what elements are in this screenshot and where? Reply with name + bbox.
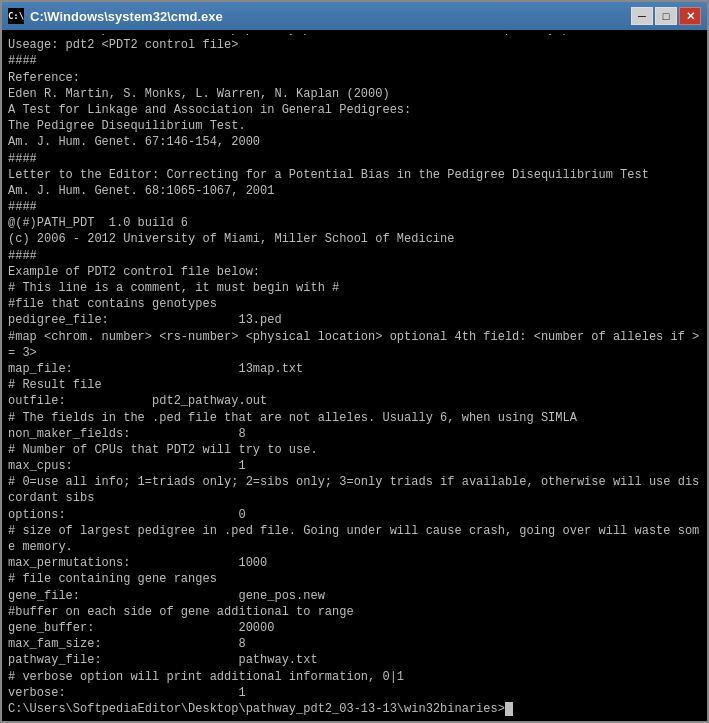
terminal-line: Am. J. Hum. Genet. 68:1065-1067, 2001: [8, 183, 701, 199]
terminal-line: ####: [8, 53, 701, 69]
terminal-line: ####: [8, 151, 701, 167]
maximize-button[interactable]: □: [655, 7, 677, 25]
terminal-line: Useage: pdt2 <PDT2 control file>: [8, 37, 701, 53]
title-bar: C:\ C:\Windows\system32\cmd.exe ─ □ ✕: [2, 2, 707, 30]
window-controls: ─ □ ✕: [631, 7, 701, 25]
terminal-line: # verbose option will print additional i…: [8, 669, 701, 685]
window-title: C:\Windows\system32\cmd.exe: [30, 9, 223, 24]
terminal-line: Example of PDT2 control file below:: [8, 264, 701, 280]
terminal-line: pedigree_file: 13.ped: [8, 312, 701, 328]
terminal-content[interactable]: C:\Users\SoftpediaEditor\Desktop\pathway…: [8, 34, 701, 717]
terminal-line: The Pedigree Disequilibrium Test.: [8, 118, 701, 134]
terminal-area[interactable]: C:\Users\SoftpediaEditor\Desktop\pathway…: [2, 30, 707, 721]
terminal-line: ####: [8, 199, 701, 215]
terminal-line: #map <chrom. number> <rs-number> <physic…: [8, 329, 701, 361]
minimize-button[interactable]: ─: [631, 7, 653, 25]
terminal-line: max_cpus: 1: [8, 458, 701, 474]
close-button[interactable]: ✕: [679, 7, 701, 25]
terminal-line: # The fields in the .ped file that are n…: [8, 410, 701, 426]
terminal-line: max_permutations: 1000: [8, 555, 701, 571]
terminal-line: C:\Users\SoftpediaEditor\Desktop\pathway…: [8, 701, 701, 717]
cmd-icon: C:\: [8, 8, 24, 24]
terminal-line: # file containing gene ranges: [8, 571, 701, 587]
terminal-line: gene_buffer: 20000: [8, 620, 701, 636]
terminal-line: # Number of CPUs that PDT2 will try to u…: [8, 442, 701, 458]
terminal-line: options: 0: [8, 507, 701, 523]
terminal-line: # 0=use all info; 1=triads only; 2=sibs …: [8, 474, 701, 506]
terminal-line: outfile: pdt2_pathway.out: [8, 393, 701, 409]
terminal-line: max_fam_size: 8: [8, 636, 701, 652]
terminal-line: Letter to the Editor: Correcting for a P…: [8, 167, 701, 183]
terminal-line: non_maker_fields: 8: [8, 426, 701, 442]
terminal-line: map_file: 13map.txt: [8, 361, 701, 377]
terminal-line: pathway_file: pathway.txt: [8, 652, 701, 668]
terminal-line: @(#)PATH_PDT 1.0 build 6: [8, 215, 701, 231]
terminal-line: # Result file: [8, 377, 701, 393]
terminal-line: # This line is a comment, it must begin …: [8, 280, 701, 296]
terminal-line: #buffer on each side of gene additional …: [8, 604, 701, 620]
terminal-line: A Test for Linkage and Association in Ge…: [8, 102, 701, 118]
title-bar-left: C:\ C:\Windows\system32\cmd.exe: [8, 8, 223, 24]
terminal-line: # size of largest pedigree in .ped file.…: [8, 523, 701, 555]
terminal-cursor: [505, 702, 513, 716]
terminal-line: gene_file: gene_pos.new: [8, 588, 701, 604]
terminal-line: Reference:: [8, 70, 701, 86]
cmd-window: C:\ C:\Windows\system32\cmd.exe ─ □ ✕ C:…: [0, 0, 709, 723]
terminal-line: Eden R. Martin, S. Monks, L. Warren, N. …: [8, 86, 701, 102]
terminal-line: ####: [8, 248, 701, 264]
terminal-line: verbose: 1: [8, 685, 701, 701]
terminal-line: (c) 2006 - 2012 University of Miami, Mil…: [8, 231, 701, 247]
terminal-line: #file that contains genotypes: [8, 296, 701, 312]
terminal-line: Am. J. Hum. Genet. 67:146-154, 2000: [8, 134, 701, 150]
